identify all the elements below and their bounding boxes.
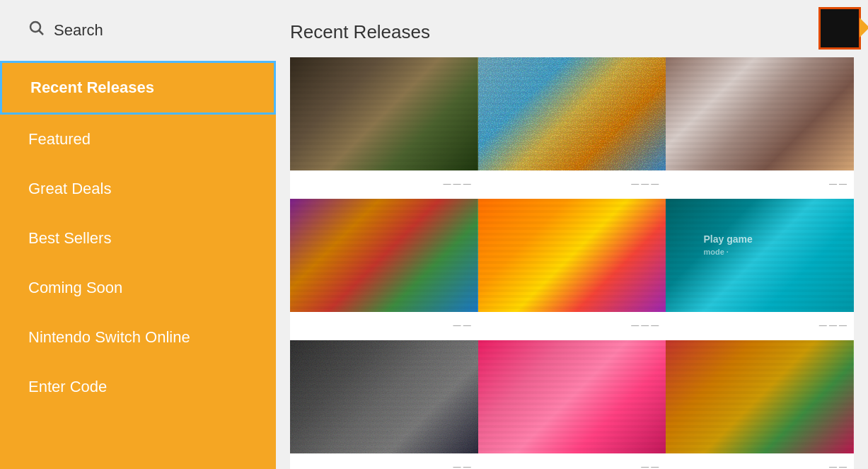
game-price-9: — — [829, 462, 847, 469]
game-thumbnail-4 [290, 199, 478, 312]
main-content: Recent Releases — — — [276, 0, 868, 469]
game-info-3: — — [666, 170, 854, 199]
game-card-8[interactable]: — — [478, 340, 666, 469]
sidebar-item-recent-releases[interactable]: Recent Releases [0, 61, 276, 115]
section-title: Recent Releases [290, 21, 854, 43]
game-price-5: — — — [631, 320, 659, 329]
svg-rect-2 [290, 57, 478, 170]
game-card-7[interactable]: — — [290, 340, 478, 469]
game-card-4[interactable]: — — [290, 199, 478, 340]
game-thumbnail-2 [478, 57, 666, 170]
game-thumbnail-6: Play game mode · [666, 199, 854, 312]
sidebar-item-label: Coming Soon [28, 279, 122, 296]
sidebar-item-label: Enter Code [28, 378, 107, 395]
game-thumbnail-1 [290, 57, 478, 170]
game-card-3[interactable]: — — [666, 57, 854, 199]
sidebar-item-featured[interactable]: Featured [0, 115, 276, 164]
svg-rect-6 [666, 340, 854, 453]
sidebar-item-best-sellers[interactable]: Best Sellers [0, 214, 276, 263]
svg-rect-4 [290, 199, 478, 312]
svg-line-1 [39, 30, 43, 35]
game-thumbnail-9 [666, 340, 854, 453]
game-price-8: — — [641, 462, 659, 469]
game-card-2[interactable]: — — — [478, 57, 666, 199]
game-card-9[interactable]: — — [666, 340, 854, 469]
game-price-6: — — — [819, 320, 847, 329]
game-thumbnail-5 [478, 199, 666, 312]
svg-point-0 [30, 22, 40, 32]
sidebar-item-nintendo-switch-online[interactable]: Nintendo Switch Online [0, 313, 276, 362]
sidebar-item-coming-soon[interactable]: Coming Soon [0, 263, 276, 313]
profile-icon[interactable] [818, 7, 861, 50]
sidebar-item-label: Best Sellers [28, 229, 111, 247]
svg-rect-5 [290, 340, 478, 453]
game-info-9: — — [666, 453, 854, 469]
game-info-8: — — [478, 453, 666, 469]
sidebar-item-enter-code[interactable]: Enter Code [0, 362, 276, 412]
game-info-6: — — — [666, 312, 854, 340]
game-thumbnail-3 [666, 57, 854, 170]
game-price-4: — — [453, 320, 471, 329]
game-price-3: — — [829, 179, 847, 187]
game-info-7: — — [290, 453, 478, 469]
game-info-2: — — — [478, 170, 666, 199]
sidebar: Search Recent Releases Featured Great De… [0, 0, 276, 469]
sidebar-item-label: Nintendo Switch Online [28, 328, 190, 346]
games-grid: — — — — — — — — [290, 57, 854, 469]
game-card-1[interactable]: — — — [290, 57, 478, 199]
game-info-5: — — — [478, 312, 666, 340]
sidebar-item-label: Recent Releases [30, 79, 154, 96]
sidebar-item-great-deals[interactable]: Great Deals [0, 164, 276, 214]
game-thumbnail-7 [290, 340, 478, 453]
svg-rect-3 [478, 57, 666, 170]
search-icon [28, 20, 45, 41]
sidebar-item-label: Featured [28, 130, 91, 148]
chevron-right-icon [860, 18, 868, 37]
game-info-4: — — [290, 312, 478, 340]
game-thumbnail-8 [478, 340, 666, 453]
game-price-7: — — [453, 462, 471, 469]
game-card-5[interactable]: — — — [478, 199, 666, 340]
game-price-1: — — — [444, 179, 471, 187]
game-card-6[interactable]: Play game mode · — — — [666, 199, 854, 340]
game-info-1: — — — [290, 170, 478, 199]
search-label: Search [54, 21, 103, 40]
sidebar-item-search[interactable]: Search [0, 0, 276, 61]
sidebar-item-label: Great Deals [28, 180, 111, 197]
game-price-2: — — — [631, 179, 659, 187]
